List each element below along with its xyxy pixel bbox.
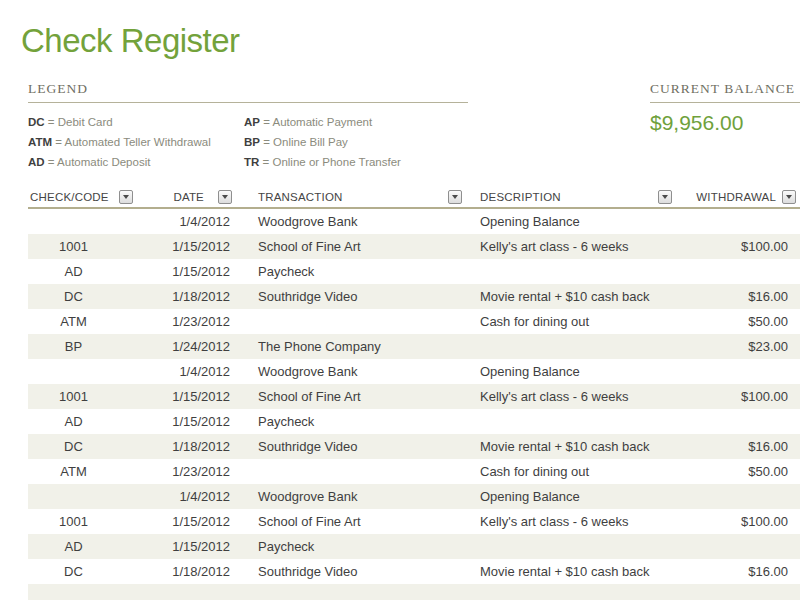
cell-date[interactable]: 1/15/2012	[135, 259, 234, 284]
cell-date[interactable]: 1/4/2012	[135, 484, 234, 509]
cell-date[interactable]	[135, 584, 234, 600]
cell-withdrawal[interactable]	[686, 584, 800, 600]
cell-withdrawal[interactable]	[686, 209, 800, 234]
cell-check-code[interactable]	[28, 359, 135, 384]
cell-check-code[interactable]: ATM	[28, 459, 135, 484]
cell-date[interactable]: 1/15/2012	[135, 409, 234, 434]
cell-check-code[interactable]: ATM	[28, 309, 135, 334]
cell-check-code[interactable]: AD	[28, 534, 135, 559]
table-row	[28, 584, 800, 600]
cell-withdrawal[interactable]	[686, 409, 800, 434]
cell-check-code[interactable]	[28, 209, 135, 234]
cell-withdrawal[interactable]	[686, 359, 800, 384]
cell-withdrawal[interactable]	[686, 259, 800, 284]
table-row: ATM1/23/2012Cash for dining out$50.00	[28, 459, 800, 484]
column-spacer	[234, 384, 252, 409]
cell-description[interactable]: Kelly's art class - 6 weeks	[474, 234, 674, 259]
cell-date[interactable]: 1/15/2012	[135, 384, 234, 409]
cell-transaction[interactable]: Paycheck	[252, 409, 464, 434]
cell-date[interactable]: 1/18/2012	[135, 559, 234, 584]
cell-date[interactable]: 1/24/2012	[135, 334, 234, 359]
filter-button-description[interactable]	[658, 190, 672, 204]
cell-description[interactable]: Kelly's art class - 6 weeks	[474, 384, 674, 409]
cell-date[interactable]: 1/18/2012	[135, 434, 234, 459]
cell-withdrawal[interactable]: $50.00	[686, 309, 800, 334]
filter-button-withdrawal[interactable]	[782, 190, 796, 204]
cell-description[interactable]	[474, 584, 674, 600]
filter-button-check-code[interactable]	[119, 190, 133, 204]
legend-code: DC	[28, 116, 45, 128]
cell-description[interactable]: Movie rental + $10 cash back	[474, 559, 674, 584]
cell-withdrawal[interactable]: $16.00	[686, 559, 800, 584]
cell-description[interactable]: Kelly's art class - 6 weeks	[474, 509, 674, 534]
cell-check-code[interactable]: 1001	[28, 509, 135, 534]
chevron-down-icon	[452, 195, 458, 199]
cell-transaction[interactable]: Woodgrove Bank	[252, 359, 464, 384]
current-balance-value: $9,956.00	[650, 111, 800, 135]
chevron-down-icon	[123, 195, 129, 199]
cell-transaction[interactable]: School of Fine Art	[252, 234, 464, 259]
column-spacer	[674, 509, 686, 534]
cell-description[interactable]	[474, 534, 674, 559]
cell-date[interactable]: 1/23/2012	[135, 309, 234, 334]
legend-item: DC = Debit Card	[28, 112, 244, 132]
cell-withdrawal[interactable]: $16.00	[686, 434, 800, 459]
cell-date[interactable]: 1/4/2012	[135, 209, 234, 234]
cell-check-code[interactable]: AD	[28, 259, 135, 284]
cell-withdrawal[interactable]	[686, 484, 800, 509]
cell-withdrawal[interactable]: $16.00	[686, 284, 800, 309]
cell-check-code[interactable]: 1001	[28, 234, 135, 259]
cell-description[interactable]: Movie rental + $10 cash back	[474, 434, 674, 459]
cell-date[interactable]: 1/23/2012	[135, 459, 234, 484]
cell-description[interactable]: Opening Balance	[474, 484, 674, 509]
column-spacer	[464, 409, 474, 434]
cell-date[interactable]: 1/18/2012	[135, 284, 234, 309]
cell-description[interactable]	[474, 334, 674, 359]
cell-description[interactable]: Cash for dining out	[474, 459, 674, 484]
cell-check-code[interactable]: DC	[28, 559, 135, 584]
cell-transaction[interactable]: Southridge Video	[252, 559, 464, 584]
cell-check-code[interactable]: 1001	[28, 384, 135, 409]
cell-transaction[interactable]: The Phone Company	[252, 334, 464, 359]
filter-button-date[interactable]	[218, 190, 232, 204]
cell-description[interactable]	[474, 259, 674, 284]
cell-check-code[interactable]: DC	[28, 284, 135, 309]
cell-transaction[interactable]	[252, 309, 464, 334]
cell-withdrawal[interactable]: $50.00	[686, 459, 800, 484]
cell-description[interactable]: Cash for dining out	[474, 309, 674, 334]
cell-date[interactable]: 1/15/2012	[135, 509, 234, 534]
cell-withdrawal[interactable]	[686, 534, 800, 559]
cell-date[interactable]: 1/15/2012	[135, 534, 234, 559]
chevron-down-icon	[222, 195, 228, 199]
cell-transaction[interactable]: Woodgrove Bank	[252, 209, 464, 234]
cell-description[interactable]: Opening Balance	[474, 209, 674, 234]
cell-description[interactable]: Opening Balance	[474, 359, 674, 384]
cell-transaction[interactable]: Southridge Video	[252, 284, 464, 309]
cell-check-code[interactable]	[28, 584, 135, 600]
cell-transaction[interactable]: Paycheck	[252, 534, 464, 559]
cell-check-code[interactable]: AD	[28, 409, 135, 434]
cell-check-code[interactable]: DC	[28, 434, 135, 459]
cell-transaction[interactable]: Southridge Video	[252, 434, 464, 459]
cell-withdrawal[interactable]: $100.00	[686, 234, 800, 259]
cell-check-code[interactable]: BP	[28, 334, 135, 359]
cell-withdrawal[interactable]: $100.00	[686, 509, 800, 534]
column-spacer	[674, 559, 686, 584]
cell-check-code[interactable]	[28, 484, 135, 509]
cell-transaction[interactable]	[252, 459, 464, 484]
cell-date[interactable]: 1/4/2012	[135, 359, 234, 384]
cell-withdrawal[interactable]: $100.00	[686, 384, 800, 409]
cell-transaction[interactable]: School of Fine Art	[252, 509, 464, 534]
column-spacer	[234, 187, 252, 207]
cell-description[interactable]: Movie rental + $10 cash back	[474, 284, 674, 309]
cell-withdrawal[interactable]: $23.00	[686, 334, 800, 359]
cell-transaction[interactable]: Woodgrove Bank	[252, 484, 464, 509]
cell-transaction[interactable]: Paycheck	[252, 259, 464, 284]
filter-button-transaction[interactable]	[448, 190, 462, 204]
cell-transaction[interactable]: School of Fine Art	[252, 384, 464, 409]
cell-date[interactable]: 1/15/2012	[135, 234, 234, 259]
cell-transaction[interactable]	[252, 584, 464, 600]
column-spacer	[464, 584, 474, 600]
cell-description[interactable]	[474, 409, 674, 434]
column-spacer	[674, 459, 686, 484]
